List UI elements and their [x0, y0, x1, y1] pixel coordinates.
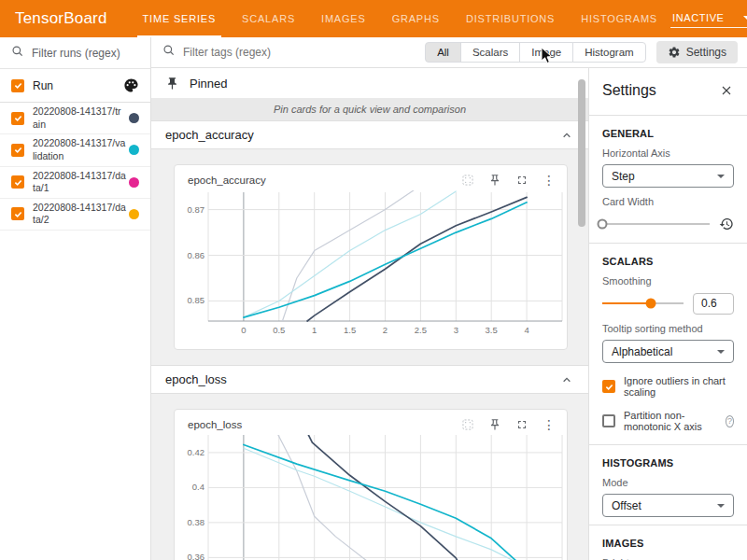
histogram-mode-label: Mode — [602, 477, 734, 488]
epoch-loss-chart[interactable]: 0.360.380.40.42 — [175, 435, 567, 560]
section-header-epoch-loss[interactable]: epoch_loss — [151, 365, 588, 393]
reset-card-width-button[interactable] — [719, 217, 734, 231]
chevron-down-icon — [743, 16, 747, 20]
fullscreen-icon[interactable] — [515, 174, 529, 187]
histogram-mode-select[interactable]: Offset — [602, 494, 734, 517]
more-options-icon[interactable]: ⋮ — [543, 418, 556, 431]
tag-type-filter-chips: AllScalarsImageHistogram — [426, 42, 646, 63]
chip-histogram[interactable]: Histogram — [572, 42, 645, 63]
tooltip-sorting-label: Tooltip sorting method — [602, 323, 734, 334]
horizontal-axis-select[interactable]: Step — [602, 164, 734, 188]
runs-sidebar: Run 20220808-141317/train20220808-141317… — [0, 37, 151, 560]
run-checkbox[interactable] — [11, 144, 24, 157]
svg-text:0.5: 0.5 — [273, 325, 285, 335]
card-header: epoch_accuracy ⋮ — [175, 165, 567, 189]
svg-text:0: 0 — [241, 325, 246, 335]
histogram-mode-value: Offset — [612, 499, 641, 512]
svg-text:2: 2 — [383, 325, 388, 335]
pinned-empty-message: Pin cards for a quick view and compariso… — [151, 98, 588, 120]
chevron-up-icon[interactable] — [559, 372, 574, 387]
images-heading: IMAGES — [602, 538, 734, 549]
tag-filter-bar: AllScalarsImageHistogram Settings — [151, 37, 747, 68]
chip-image[interactable]: Image — [519, 42, 573, 63]
histograms-heading: HISTOGRAMS — [602, 457, 734, 469]
vertical-scrollbar-thumb[interactable] — [578, 79, 585, 227]
fit-to-domain-icon[interactable] — [461, 418, 474, 431]
svg-text:4: 4 — [524, 325, 529, 335]
select-all-runs-checkbox[interactable] — [11, 79, 24, 92]
epoch-accuracy-chart[interactable]: 0.850.860.8700.511.522.533.54 — [175, 190, 567, 340]
fullscreen-icon[interactable] — [515, 418, 529, 431]
fit-to-domain-icon[interactable] — [461, 174, 474, 187]
settings-panel-header: Settings — [602, 74, 734, 107]
run-checkbox[interactable] — [11, 175, 24, 189]
chevron-up-icon[interactable] — [559, 128, 574, 143]
section-body-epoch-loss: epoch_loss ⋮ 0.360.380.40.42 — [151, 393, 588, 560]
run-color-dot — [129, 209, 139, 219]
slider-knob[interactable] — [646, 299, 656, 309]
run-label: 20220808-141317/validation — [33, 137, 126, 162]
filter-runs-input[interactable] — [32, 47, 139, 60]
partition-x-axis-checkbox[interactable] — [602, 414, 615, 427]
settings-button-label: Settings — [686, 46, 726, 59]
run-checkbox[interactable] — [11, 112, 24, 125]
svg-text:0.4: 0.4 — [192, 482, 204, 492]
card-title: epoch_loss — [188, 419, 242, 430]
tab-distributions[interactable]: DISTRIBUTIONS — [453, 0, 568, 37]
section-header-epoch-accuracy[interactable]: epoch_accuracy — [151, 120, 588, 148]
chip-scalars[interactable]: Scalars — [460, 42, 520, 63]
scalars-heading: SCALARS — [602, 256, 734, 267]
svg-text:1: 1 — [312, 325, 317, 335]
partition-x-axis-label: Partition non-monotonic X axis — [624, 410, 715, 432]
tab-graphs[interactable]: GRAPHS — [379, 0, 453, 37]
filter-tags-field[interactable] — [162, 44, 426, 61]
card-title: epoch_accuracy — [188, 175, 266, 186]
header-actions: INACTIVE ? — [670, 10, 747, 28]
ignore-outliers-checkbox[interactable] — [602, 380, 615, 393]
smoothing-input[interactable]: 0.6 — [693, 293, 734, 315]
chevron-down-icon — [717, 350, 725, 354]
section-title: epoch_loss — [165, 372, 227, 386]
svg-text:0.86: 0.86 — [188, 250, 205, 260]
run-color-dot — [129, 145, 139, 155]
svg-text:0.85: 0.85 — [188, 295, 205, 305]
scalar-card-epoch-loss: epoch_loss ⋮ 0.360.380.40.42 — [174, 409, 568, 560]
svg-text:3.5: 3.5 — [486, 325, 498, 335]
tab-histograms[interactable]: HISTOGRAMS — [568, 0, 670, 37]
more-options-icon[interactable]: ⋮ — [543, 174, 556, 187]
settings-panel-title: Settings — [602, 82, 719, 99]
tooltip-sorting-select[interactable]: Alphabetical — [602, 340, 734, 363]
help-icon[interactable]: ? — [726, 415, 734, 427]
svg-text:2.5: 2.5 — [415, 325, 427, 335]
search-icon — [162, 44, 176, 61]
svg-text:1.5: 1.5 — [344, 325, 356, 335]
chip-all[interactable]: All — [425, 42, 461, 63]
tooltip-sorting-value: Alphabetical — [612, 345, 672, 358]
svg-text:0.36: 0.36 — [188, 552, 205, 560]
settings-panel: Settings GENERAL Horizontal Axis Step Ca… — [588, 68, 747, 560]
nav-tabs: TIME SERIESSCALARSIMAGESGRAPHSDISTRIBUTI… — [130, 0, 670, 37]
tab-scalars[interactable]: SCALARS — [229, 0, 308, 37]
close-settings-button[interactable] — [719, 83, 734, 98]
settings-button[interactable]: Settings — [656, 41, 738, 63]
pin-card-icon[interactable] — [488, 174, 501, 187]
reload-status-select[interactable]: INACTIVE — [670, 10, 747, 28]
palette-icon[interactable] — [123, 77, 139, 93]
section-title: epoch_accuracy — [165, 128, 254, 142]
card-header: epoch_loss ⋮ — [175, 410, 567, 433]
runs-header-label: Run — [33, 79, 123, 92]
filter-tags-input[interactable] — [183, 46, 370, 59]
svg-text:0.38: 0.38 — [188, 517, 205, 527]
run-checkbox[interactable] — [11, 207, 24, 220]
smoothing-label: Smoothing — [602, 275, 734, 287]
slider-knob[interactable] — [598, 219, 608, 230]
filter-runs-field[interactable] — [0, 37, 150, 69]
runs-header-row: Run — [0, 69, 150, 103]
smoothing-slider[interactable] — [602, 302, 684, 304]
tab-time-series[interactable]: TIME SERIES — [130, 0, 229, 37]
horizontal-axis-value: Step — [612, 170, 635, 183]
card-width-slider[interactable] — [602, 223, 710, 225]
pin-card-icon[interactable] — [488, 418, 501, 431]
tab-images[interactable]: IMAGES — [308, 0, 379, 37]
app-header: TensorBoard TIME SERIESSCALARSIMAGESGRAP… — [0, 0, 747, 37]
